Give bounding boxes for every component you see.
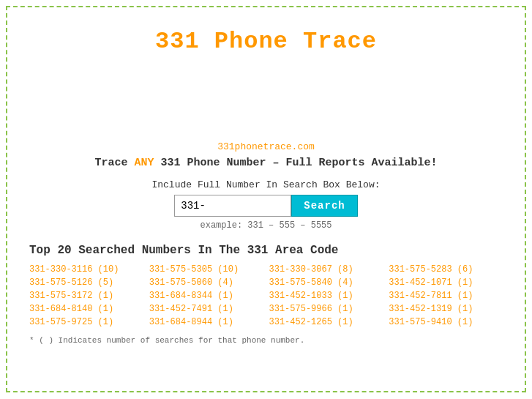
- number-link[interactable]: 331-330-3116 (10): [29, 264, 143, 275]
- number-link[interactable]: 331-575-9410 (1): [389, 317, 503, 327]
- search-row: Search: [29, 195, 503, 217]
- search-button[interactable]: Search: [291, 195, 357, 217]
- search-example: example: 331 – 555 – 5555: [29, 220, 503, 231]
- search-label: Include Full Number In Search Box Below:: [29, 179, 503, 190]
- number-link[interactable]: 331-575-5840 (4): [269, 277, 383, 288]
- number-link[interactable]: 331-575-5305 (10): [149, 264, 263, 275]
- tagline-prefix: Trace: [94, 157, 134, 169]
- tagline-any: ANY: [134, 157, 154, 169]
- number-link[interactable]: 331-575-9725 (1): [29, 317, 143, 327]
- number-link[interactable]: 331-452-7491 (1): [149, 304, 263, 314]
- search-section: Include Full Number In Search Box Below:…: [29, 179, 503, 231]
- ad-area: [29, 62, 503, 135]
- number-link[interactable]: 331-452-1071 (1): [389, 277, 503, 288]
- tagline: Trace ANY 331 Phone Number – Full Report…: [29, 157, 503, 169]
- page-container: 331 Phone Trace 331phonetrace.com Trace …: [6, 6, 526, 392]
- number-link[interactable]: 331-452-1033 (1): [269, 291, 383, 301]
- number-link[interactable]: 331-684-8944 (1): [149, 317, 263, 327]
- number-link[interactable]: 331-684-8344 (1): [149, 291, 263, 301]
- numbers-grid: 331-330-3116 (10)331-575-5305 (10)331-33…: [29, 264, 503, 327]
- number-link[interactable]: 331-575-9966 (1): [269, 304, 383, 314]
- number-link[interactable]: 331-575-3172 (1): [29, 291, 143, 301]
- search-input[interactable]: [174, 195, 291, 217]
- number-link[interactable]: 331-575-5060 (4): [149, 277, 263, 288]
- number-link[interactable]: 331-684-8140 (1): [29, 304, 143, 314]
- tagline-suffix: 331 Phone Number – Full Reports Availabl…: [154, 157, 437, 169]
- page-title: 331 Phone Trace: [29, 15, 503, 62]
- number-link[interactable]: 331-452-7811 (1): [389, 291, 503, 301]
- number-link[interactable]: 331-575-5283 (6): [389, 264, 503, 275]
- number-link[interactable]: 331-452-1319 (1): [389, 304, 503, 314]
- number-link[interactable]: 331-575-5126 (5): [29, 277, 143, 288]
- number-link[interactable]: 331-330-3067 (8): [269, 264, 383, 275]
- top-numbers-title: Top 20 Searched Numbers In The 331 Area …: [29, 244, 503, 257]
- site-url: 331phonetrace.com: [29, 141, 503, 152]
- footnote: * ( ) Indicates number of searches for t…: [29, 336, 503, 345]
- number-link[interactable]: 331-452-1265 (1): [269, 317, 383, 327]
